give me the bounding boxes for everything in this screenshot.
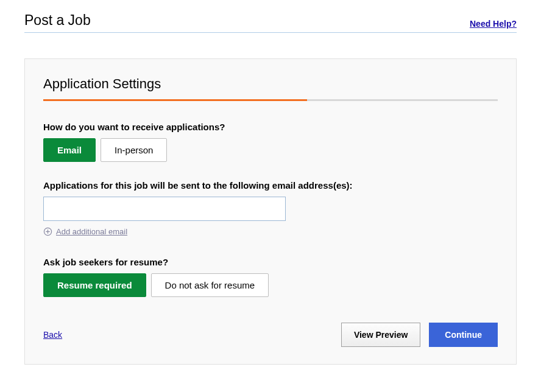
- progress-bar: [43, 99, 498, 101]
- need-help-link[interactable]: Need Help?: [470, 19, 517, 29]
- add-email-link-text: Add additional email: [56, 227, 127, 236]
- email-input[interactable]: [43, 197, 286, 221]
- receive-apps-options: Email In-person: [43, 138, 498, 162]
- section-title: Application Settings: [43, 76, 498, 92]
- email-option-button[interactable]: Email: [43, 138, 96, 162]
- email-field-label: Applications for this job will be sent t…: [43, 180, 498, 191]
- progress-fill: [43, 99, 307, 101]
- view-preview-button[interactable]: View Preview: [341, 323, 420, 347]
- receive-apps-label: How do you want to receive applications?: [43, 122, 498, 132]
- continue-button[interactable]: Continue: [429, 323, 498, 347]
- resume-options: Resume required Do not ask for resume: [43, 273, 498, 297]
- plus-circle-icon: [43, 227, 52, 236]
- resume-field-label: Ask job seekers for resume?: [43, 257, 498, 267]
- action-row: Back View Preview Continue: [43, 323, 498, 347]
- page-title: Post a Job: [24, 12, 91, 29]
- back-link[interactable]: Back: [43, 330, 62, 340]
- do-not-ask-resume-button[interactable]: Do not ask for resume: [151, 273, 269, 297]
- right-actions: View Preview Continue: [341, 323, 498, 347]
- settings-panel: Application Settings How do you want to …: [24, 58, 517, 365]
- page-header: Post a Job Need Help?: [24, 12, 517, 33]
- in-person-option-button[interactable]: In-person: [101, 138, 167, 162]
- resume-required-button[interactable]: Resume required: [43, 273, 146, 297]
- add-additional-email-link[interactable]: Add additional email: [43, 227, 127, 236]
